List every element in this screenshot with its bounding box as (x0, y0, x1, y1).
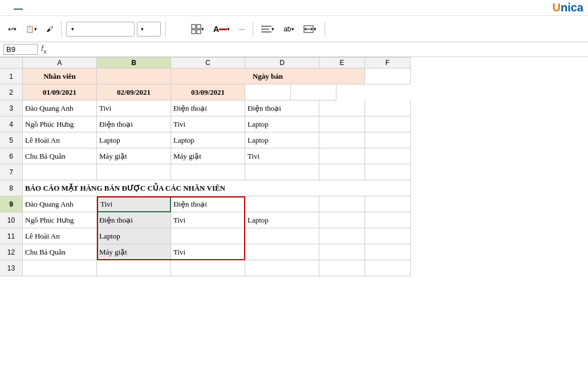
menu-home[interactable] (14, 6, 23, 10)
cell-d11[interactable] (245, 228, 319, 244)
col-header-a[interactable]: A (23, 57, 97, 68)
cell-c3[interactable]: Điện thoại (171, 100, 245, 116)
row-header-1[interactable]: 1 (0, 68, 23, 84)
brush-button[interactable]: 🖌 (43, 23, 56, 35)
cell-a5[interactable]: Lê Hoài An (23, 132, 97, 148)
col-header-e[interactable]: E (319, 57, 365, 68)
cell-b2[interactable]: 01/09/2021 (23, 84, 97, 100)
cell-e6[interactable] (319, 148, 365, 164)
menu-insert[interactable] (23, 7, 32, 9)
cell-b11[interactable]: Laptop (97, 228, 171, 244)
cell-f7[interactable] (365, 164, 411, 180)
grid-button[interactable]: ▾ (188, 22, 208, 36)
cell-f3[interactable] (365, 100, 411, 116)
cell-c10[interactable]: Tivi (171, 212, 245, 228)
cell-c2[interactable]: 02/09/2021 (97, 84, 171, 100)
undo-button[interactable]: ↩▾ (5, 23, 20, 35)
cell-d7[interactable] (245, 164, 319, 180)
cell-b4[interactable]: Điện thoại (97, 116, 171, 132)
cell-e10[interactable] (319, 212, 365, 228)
cell-a13[interactable] (23, 260, 97, 276)
row-header-5[interactable]: 5 (0, 132, 23, 148)
menu-draw[interactable] (32, 7, 41, 9)
row-header-12[interactable]: 12 (0, 244, 23, 260)
cell-b10[interactable]: Điện thoại (97, 212, 171, 228)
menu-pagelayout[interactable] (41, 7, 50, 9)
cell-d13[interactable] (245, 260, 319, 276)
row-header-10[interactable]: 10 (0, 212, 23, 228)
cell-a7[interactable] (23, 164, 97, 180)
cell-e4[interactable] (319, 116, 365, 132)
cell-d12[interactable] (245, 244, 319, 260)
cell-b9[interactable]: Tivi (97, 196, 171, 212)
cell-b12[interactable]: Máy giặt (97, 244, 171, 260)
cell-e5[interactable] (319, 132, 365, 148)
cell-b3[interactable]: Tivi (97, 100, 171, 116)
font-size-select[interactable]: ▾ (137, 22, 161, 37)
cell-a9[interactable]: Đào Quang Anh (23, 196, 97, 212)
cell-d10[interactable]: Laptop (245, 212, 319, 228)
cell-e9[interactable] (319, 196, 365, 212)
cell-a12[interactable]: Chu Bá Quân (23, 244, 97, 260)
cell-d9[interactable] (245, 196, 319, 212)
row-header-2[interactable]: 2 (0, 84, 23, 100)
cell-a10[interactable]: Ngô Phúc Hưng (23, 212, 97, 228)
cell-d5[interactable]: Laptop (245, 132, 319, 148)
cell-e2[interactable] (245, 84, 291, 100)
cell-a8[interactable]: BÁO CÁO MẶT HÀNG BÁN ĐƯỢC CỦA CÁC NHÂN V… (23, 180, 411, 196)
cell-a4[interactable]: Ngô Phúc Hưng (23, 116, 97, 132)
cell-d6[interactable]: Tivi (245, 148, 319, 164)
cell-f10[interactable] (365, 212, 411, 228)
col-header-b[interactable]: B (97, 57, 171, 68)
cell-b13[interactable] (97, 260, 171, 276)
cell-d3[interactable]: Điện thoại (245, 100, 319, 116)
row-header-13[interactable]: 13 (0, 260, 23, 276)
cell-c11[interactable] (171, 228, 245, 244)
cell-c6[interactable]: Máy giặt (171, 148, 245, 164)
cell-e12[interactable] (319, 244, 365, 260)
row-header-6[interactable]: 6 (0, 148, 23, 164)
font-name-select[interactable]: ▾ (66, 22, 135, 37)
cell-e3[interactable] (319, 100, 365, 116)
cell-f11[interactable] (365, 228, 411, 244)
cell-e7[interactable] (319, 164, 365, 180)
cell-c1[interactable]: Ngày bán (171, 68, 365, 84)
cell-a6[interactable]: Chu Bá Quân (23, 148, 97, 164)
cell-d4[interactable]: Laptop (245, 116, 319, 132)
clipboard-button[interactable]: 📋▾ (22, 23, 40, 35)
cell-c7[interactable] (171, 164, 245, 180)
bold-button[interactable] (171, 22, 185, 37)
col-header-f[interactable]: F (365, 57, 411, 68)
cell-f12[interactable] (365, 244, 411, 260)
cell-f1[interactable] (365, 68, 411, 84)
fill-color-button[interactable]: A ▾ (210, 23, 233, 35)
align-button[interactable]: ▾ (258, 23, 278, 35)
merge-button[interactable]: ▾ (300, 23, 320, 35)
menu-data[interactable] (59, 7, 68, 9)
col-header-d[interactable]: D (245, 57, 319, 68)
cell-e11[interactable] (319, 228, 365, 244)
cell-reference-input[interactable] (3, 44, 38, 55)
cell-b6[interactable]: Máy giặt (97, 148, 171, 164)
menu-file[interactable] (5, 7, 14, 9)
menu-review[interactable] (68, 7, 78, 9)
cell-c9[interactable]: Điện thoại (171, 196, 245, 212)
row-header-8[interactable]: 8 (0, 180, 23, 196)
menu-formulas[interactable] (50, 7, 59, 9)
cell-a1[interactable]: Nhân viên (23, 68, 97, 84)
cell-f6[interactable] (365, 148, 411, 164)
cell-f4[interactable] (365, 116, 411, 132)
cell-f2[interactable] (291, 84, 336, 100)
cell-f13[interactable] (365, 260, 411, 276)
row-header-9[interactable]: 9 (0, 196, 23, 212)
cell-b7[interactable] (97, 164, 171, 180)
col-header-c[interactable]: C (171, 57, 245, 68)
wrap-button[interactable]: ab▾ (280, 23, 297, 35)
cell-b5[interactable]: Laptop (97, 132, 171, 148)
cell-c4[interactable]: Tivi (171, 116, 245, 132)
cell-d2[interactable]: 03/09/2021 (171, 84, 245, 100)
more-button[interactable]: ··· (236, 23, 248, 35)
cell-b1[interactable] (97, 68, 171, 84)
cell-f5[interactable] (365, 132, 411, 148)
cell-e13[interactable] (319, 260, 365, 276)
